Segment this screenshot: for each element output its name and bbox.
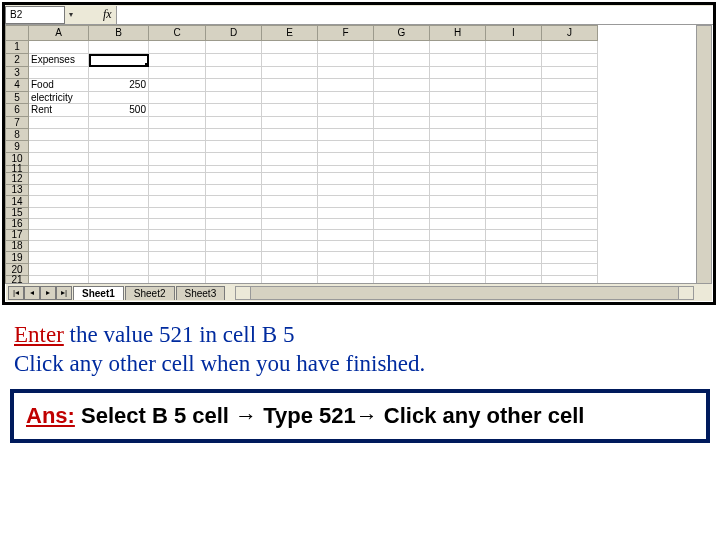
cell-I19[interactable] <box>486 252 542 264</box>
fx-label[interactable]: fx <box>103 7 112 22</box>
row-header-13[interactable]: 13 <box>5 185 29 196</box>
cell-C14[interactable] <box>149 196 206 208</box>
cell-A2[interactable]: Expenses <box>29 54 89 67</box>
cell-D17[interactable] <box>206 230 262 241</box>
cell-E15[interactable] <box>262 208 318 219</box>
cell-B3[interactable] <box>89 67 149 79</box>
col-header-J[interactable]: J <box>542 25 598 41</box>
cell-F20[interactable] <box>318 264 374 276</box>
cell-D3[interactable] <box>206 67 262 79</box>
cell-J16[interactable] <box>542 219 598 230</box>
cell-F19[interactable] <box>318 252 374 264</box>
cell-I1[interactable] <box>486 41 542 54</box>
cell-I9[interactable] <box>486 141 542 153</box>
cell-C3[interactable] <box>149 67 206 79</box>
sheet-tab-1[interactable]: Sheet1 <box>73 286 124 300</box>
cell-F14[interactable] <box>318 196 374 208</box>
cell-I17[interactable] <box>486 230 542 241</box>
cell-G15[interactable] <box>374 208 430 219</box>
cell-J11[interactable] <box>542 166 598 173</box>
cell-I13[interactable] <box>486 185 542 196</box>
cell-G17[interactable] <box>374 230 430 241</box>
cell-E2[interactable] <box>262 54 318 67</box>
cell-D9[interactable] <box>206 141 262 153</box>
cell-D18[interactable] <box>206 241 262 252</box>
cell-J2[interactable] <box>542 54 598 67</box>
cell-J6[interactable] <box>542 104 598 117</box>
cell-D1[interactable] <box>206 41 262 54</box>
cell-D13[interactable] <box>206 185 262 196</box>
cell-B17[interactable] <box>89 230 149 241</box>
cell-I12[interactable] <box>486 173 542 185</box>
cell-E14[interactable] <box>262 196 318 208</box>
cell-I15[interactable] <box>486 208 542 219</box>
cell-B15[interactable] <box>89 208 149 219</box>
cell-F17[interactable] <box>318 230 374 241</box>
cell-A19[interactable] <box>29 252 89 264</box>
cell-H2[interactable] <box>430 54 486 67</box>
cell-J12[interactable] <box>542 173 598 185</box>
cell-I5[interactable] <box>486 92 542 104</box>
cell-C17[interactable] <box>149 230 206 241</box>
cell-B19[interactable] <box>89 252 149 264</box>
cell-B5[interactable] <box>89 92 149 104</box>
nav-next-icon[interactable]: ▸ <box>40 286 56 300</box>
col-header-G[interactable]: G <box>374 25 430 41</box>
col-header-E[interactable]: E <box>262 25 318 41</box>
cell-G9[interactable] <box>374 141 430 153</box>
cell-D2[interactable] <box>206 54 262 67</box>
row-header-6[interactable]: 6 <box>5 104 29 117</box>
cell-F11[interactable] <box>318 166 374 173</box>
cell-H16[interactable] <box>430 219 486 230</box>
cell-B1[interactable] <box>89 41 149 54</box>
cell-B6[interactable]: 500 <box>89 104 149 117</box>
name-box-dropdown-icon[interactable]: ▾ <box>65 10 77 19</box>
cell-D19[interactable] <box>206 252 262 264</box>
cell-I6[interactable] <box>486 104 542 117</box>
cell-G12[interactable] <box>374 173 430 185</box>
select-all-corner[interactable] <box>5 25 29 41</box>
cell-G10[interactable] <box>374 153 430 166</box>
cell-C9[interactable] <box>149 141 206 153</box>
cell-E6[interactable] <box>262 104 318 117</box>
cell-E16[interactable] <box>262 219 318 230</box>
cell-J15[interactable] <box>542 208 598 219</box>
cell-C6[interactable] <box>149 104 206 117</box>
cell-B18[interactable] <box>89 241 149 252</box>
cell-D12[interactable] <box>206 173 262 185</box>
cell-B16[interactable] <box>89 219 149 230</box>
cell-A16[interactable] <box>29 219 89 230</box>
col-header-I[interactable]: I <box>486 25 542 41</box>
cell-I2[interactable] <box>486 54 542 67</box>
cell-I11[interactable] <box>486 166 542 173</box>
row-header-3[interactable]: 3 <box>5 67 29 79</box>
row-header-8[interactable]: 8 <box>5 129 29 141</box>
cell-J5[interactable] <box>542 92 598 104</box>
cell-H15[interactable] <box>430 208 486 219</box>
cell-F15[interactable] <box>318 208 374 219</box>
cell-F6[interactable] <box>318 104 374 117</box>
cell-A10[interactable] <box>29 153 89 166</box>
cell-D6[interactable] <box>206 104 262 117</box>
horizontal-scrollbar[interactable] <box>235 286 694 300</box>
cell-J10[interactable] <box>542 153 598 166</box>
cell-H17[interactable] <box>430 230 486 241</box>
cell-J4[interactable] <box>542 79 598 92</box>
nav-first-icon[interactable]: |◂ <box>8 286 24 300</box>
cell-B2[interactable] <box>89 54 149 67</box>
sheet-tab-3[interactable]: Sheet3 <box>176 286 226 300</box>
cell-G14[interactable] <box>374 196 430 208</box>
cell-E13[interactable] <box>262 185 318 196</box>
cell-H18[interactable] <box>430 241 486 252</box>
cell-E17[interactable] <box>262 230 318 241</box>
cell-G4[interactable] <box>374 79 430 92</box>
col-header-F[interactable]: F <box>318 25 374 41</box>
cell-E3[interactable] <box>262 67 318 79</box>
cell-B14[interactable] <box>89 196 149 208</box>
name-box[interactable]: B2 <box>5 6 65 24</box>
cell-J18[interactable] <box>542 241 598 252</box>
cell-H9[interactable] <box>430 141 486 153</box>
cell-F7[interactable] <box>318 117 374 129</box>
cell-G6[interactable] <box>374 104 430 117</box>
cell-F12[interactable] <box>318 173 374 185</box>
